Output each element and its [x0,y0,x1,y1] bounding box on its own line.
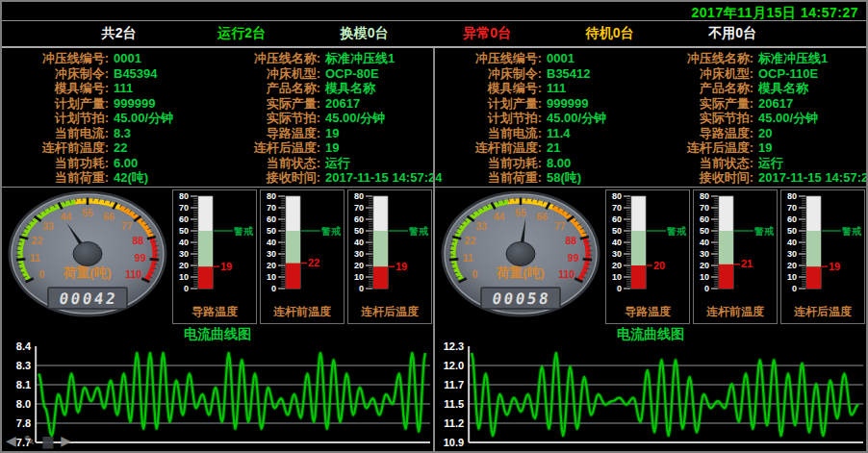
info-value: 45.00/分钟 [547,111,645,125]
thermo-fill [198,266,213,289]
thermometer: 01020304050607080警戒19导路温度 [172,189,257,324]
thermo-tick-label: 10 [267,272,276,282]
info-label: 当前电流: [441,126,547,140]
info-value: 19 [325,126,442,140]
info-value: 运行 [325,156,442,170]
info-label: 计划节拍: [441,111,547,125]
info-label: 实际产量: [645,96,758,111]
info-value: 标准冲压线1 [325,51,442,65]
thermometer: 01020304050607080警戒21连杆前温度 [693,189,778,324]
thermometer-graphic: 01020304050607080警戒19 [173,190,256,304]
info-label: 当前电流: [8,126,114,140]
info-value: 2017-11-15 14:57:24 [758,170,868,185]
info-value: 8.00 [547,156,645,170]
chart-ytick-label: 8.4 [16,342,32,352]
thermo-warn-label: 警戒 [753,226,775,237]
gauge-tick-label: 44 [61,211,72,222]
thermo-tick-label: 40 [179,238,189,247]
info-label: 计划产量: [441,96,547,111]
gauge-tick-label: 110 [558,268,574,280]
thermo-tick-label: 0 [704,284,709,293]
gauge-tick-label: 22 [465,235,476,246]
thermo-name-label: 导路温度 [191,304,238,319]
chart-ytick-label: 12.3 [444,342,465,352]
thermo-tick-label: 0 [271,284,276,293]
info-value: 8.3 [114,126,212,140]
info-label: 导路温度: [212,126,325,140]
gauge-major-tick [16,259,25,260]
thermo-tick-label: 40 [787,238,797,247]
thermo-tick-label: 30 [354,249,364,259]
status-item: 共2台 [58,25,181,42]
info-label: 当前功耗: [8,156,114,170]
info-value: 运行 [758,156,868,170]
info-label: 模具编号: [8,81,114,95]
thermo-name-label: 连杆前温度 [273,304,331,319]
gauge-tick-label: 77 [554,220,566,232]
thermo-tick-label: 40 [700,238,709,247]
info-label: 当前功耗: [441,156,547,170]
gauge-tick-label: 55 [515,207,526,218]
gauge-lcd-value: 00042 [58,289,118,308]
info-value: B35412 [547,66,645,81]
gauge-tick-label: 110 [125,268,141,280]
thermometer: 01020304050607080警戒19连杆后温度 [780,189,865,324]
info-value: 19 [325,140,442,155]
thermo-tick-label: 80 [787,191,797,201]
info-value: 6.00 [114,156,212,170]
thermo-tick-label: 70 [612,203,622,213]
info-label: 实际节拍: [212,111,325,125]
gauge-tick-label: 33 [475,220,487,232]
thermo-tick-label: 40 [267,238,276,247]
info-value: 45.00/分钟 [758,111,868,125]
info-grid: 冲压线编号:0001冲压线名称:标准冲压线1冲床制令:B35412冲床机型:OC… [435,48,866,188]
info-value: 999999 [114,96,212,111]
load-gauge: 0112233445566778899110荷重(吨)00058 [438,190,603,323]
info-value: 0001 [114,51,212,65]
thermo-tick-label: 50 [354,226,364,236]
chart-ytick-label: 8.0 [16,398,31,410]
thermo-tick-label: 70 [179,203,189,213]
thermo-tick-label: 50 [179,226,189,236]
chart-ytick-label: 7.8 [16,417,31,429]
info-label: 冲床制令: [8,66,114,81]
chart-title: 电流曲线图 [435,326,866,342]
thermo-fill [806,266,821,289]
forward-arrow-icon[interactable]: ▶ [61,434,71,447]
thermo-tick-label: 30 [179,249,189,259]
gauge-row: 0112233445566778899110荷重(吨)00058 0102030… [435,188,866,326]
page-icon[interactable]: ▆ [43,434,54,447]
thermo-tick-label: 10 [700,272,709,282]
thermo-value: 19 [829,261,840,272]
info-label: 当前状态: [212,156,325,170]
load-gauge: 0112233445566778899110荷重(吨)00042 [5,190,170,323]
info-label: 冲压线名称: [645,51,758,65]
hmi-dashboard: 2017年11月15日 14:57:27 共2台运行2台换模0台异常0台待机0台… [0,0,868,453]
info-value: 标准冲压线1 [758,51,868,65]
info-label: 产品名称: [212,81,325,95]
info-label: 冲床制令: [441,66,547,81]
thermo-tick-label: 60 [612,214,622,224]
info-value: 42(吨) [114,170,212,185]
info-label: 计划节拍: [8,111,114,125]
gauge-major-tick [583,259,592,260]
thermo-warn-label: 警戒 [841,226,862,237]
back-arrow-icon[interactable]: ◀ [6,434,16,447]
info-value: 111 [114,81,212,95]
thermo-value: 20 [653,260,665,271]
info-label: 连杆前温度: [8,140,114,155]
thermo-name-label: 导路温度 [625,304,671,319]
thermo-tick-label: 40 [354,238,364,247]
chart-ytick-label: 11.5 [444,398,464,410]
info-value: 58(吨) [547,170,645,185]
thermo-tick-label: 50 [612,226,622,236]
thermo-tick-label: 70 [354,203,364,213]
edit-pencil-icon[interactable]: ✎ [24,434,36,447]
gauge-tick-label: 66 [537,211,549,222]
info-label: 实际节拍: [645,111,758,125]
info-value: 45.00/分钟 [114,111,212,125]
thermometer-group: 01020304050607080警戒19导路温度010203040506070… [172,189,432,324]
thermo-tick-label: 30 [267,249,276,259]
thermo-value: 22 [308,257,319,268]
thermo-tick-label: 80 [267,191,276,201]
